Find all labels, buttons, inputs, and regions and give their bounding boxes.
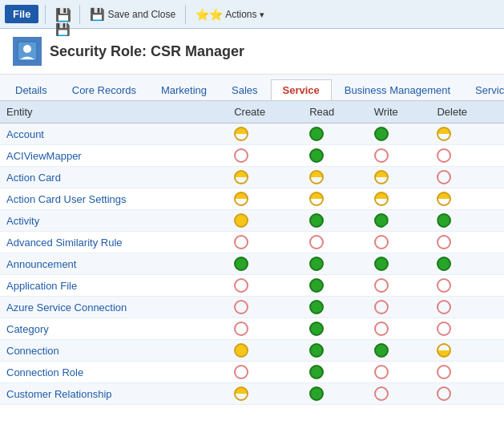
create-cell	[228, 318, 303, 340]
table-row: ACIViewMapper	[0, 145, 504, 167]
write-cell	[368, 318, 431, 340]
read-cell	[303, 297, 367, 318]
save-close-icon: 💾	[90, 7, 105, 22]
read-cell	[303, 275, 367, 297]
write-cell	[368, 297, 431, 318]
table-row: Announcement	[0, 253, 504, 275]
entity-cell[interactable]: Customer Relationship	[0, 383, 228, 405]
delete-cell	[430, 167, 504, 188]
save-icon: 💾	[55, 7, 70, 22]
file-button[interactable]: File	[5, 5, 38, 23]
entity-cell[interactable]: Connection	[0, 340, 228, 362]
table-row: Advanced Similarity Rule	[0, 232, 504, 253]
header-section: Security Role: CSR Manager	[0, 29, 504, 75]
table-container: Entity Create Read Write Delete AccountA…	[0, 101, 504, 405]
table-row: Account	[0, 123, 504, 145]
read-cell	[303, 123, 367, 145]
entity-cell[interactable]: Activity	[0, 210, 228, 232]
permissions-table: Entity Create Read Write Delete AccountA…	[0, 101, 504, 405]
col-delete: Delete	[430, 101, 504, 123]
save-button[interactable]: 💾	[52, 6, 73, 23]
table-row: Action Card	[0, 167, 504, 188]
create-cell	[228, 297, 303, 318]
delete-cell	[430, 275, 504, 297]
entity-cell[interactable]: Advanced Similarity Rule	[0, 232, 228, 253]
create-cell	[228, 167, 303, 188]
header-icon	[13, 37, 42, 66]
read-cell	[303, 318, 367, 340]
table-row: Action Card User Settings	[0, 188, 504, 210]
write-cell	[368, 123, 431, 145]
create-cell	[228, 275, 303, 297]
separator-3	[185, 5, 186, 24]
entity-cell[interactable]: Azure Service Connection	[0, 297, 228, 318]
tab-core-records[interactable]: Core Records	[60, 79, 148, 100]
read-cell	[303, 232, 367, 253]
entity-cell[interactable]: Action Card User Settings	[0, 188, 228, 210]
delete-cell	[430, 297, 504, 318]
page-title: Security Role: CSR Manager	[50, 43, 244, 60]
tab-service2[interactable]: Service	[463, 79, 504, 100]
write-cell	[368, 383, 431, 405]
read-cell	[303, 383, 367, 405]
tab-service[interactable]: Service	[271, 79, 332, 100]
col-create: Create	[228, 101, 303, 123]
tab-marketing[interactable]: Marketing	[149, 79, 219, 100]
actions-button[interactable]: ⭐ Actions	[192, 6, 267, 22]
write-cell	[368, 210, 431, 232]
delete-cell	[430, 145, 504, 167]
delete-cell	[430, 123, 504, 145]
delete-cell	[430, 210, 504, 232]
create-cell	[228, 362, 303, 383]
entity-cell[interactable]: Announcement	[0, 253, 228, 275]
entity-cell[interactable]: Account	[0, 123, 228, 145]
create-cell	[228, 210, 303, 232]
read-cell	[303, 188, 367, 210]
table-row: Customer Relationship	[0, 383, 504, 405]
delete-cell	[430, 362, 504, 383]
read-cell	[303, 362, 367, 383]
create-cell	[228, 340, 303, 362]
read-cell	[303, 253, 367, 275]
save-close-button[interactable]: 💾 Save and Close	[87, 6, 179, 23]
actions-icon: ⭐	[196, 8, 223, 21]
write-cell	[368, 362, 431, 383]
delete-cell	[430, 318, 504, 340]
tabs-bar: Details Core Records Marketing Sales Ser…	[0, 75, 504, 101]
create-cell	[228, 188, 303, 210]
read-cell	[303, 167, 367, 188]
entity-cell[interactable]: ACIViewMapper	[0, 145, 228, 167]
entity-cell[interactable]: Connection Role	[0, 362, 228, 383]
create-cell	[228, 383, 303, 405]
write-cell	[368, 340, 431, 362]
write-cell	[368, 167, 431, 188]
entity-cell[interactable]: Category	[0, 318, 228, 340]
read-cell	[303, 340, 367, 362]
delete-cell	[430, 188, 504, 210]
tab-sales[interactable]: Sales	[220, 79, 270, 100]
write-cell	[368, 188, 431, 210]
col-entity: Entity	[0, 101, 228, 123]
create-cell	[228, 145, 303, 167]
write-cell	[368, 253, 431, 275]
separator-1	[45, 5, 46, 24]
separator-2	[79, 5, 80, 24]
read-cell	[303, 210, 367, 232]
write-cell	[368, 232, 431, 253]
create-cell	[228, 123, 303, 145]
table-row: Connection	[0, 340, 504, 362]
delete-cell	[430, 383, 504, 405]
entity-cell[interactable]: Action Card	[0, 167, 228, 188]
create-cell	[228, 253, 303, 275]
tab-business-management[interactable]: Business Management	[333, 79, 462, 100]
write-cell	[368, 145, 431, 167]
table-row: Activity	[0, 210, 504, 232]
entity-cell[interactable]: Application File	[0, 275, 228, 297]
table-header-row: Entity Create Read Write Delete	[0, 101, 504, 123]
tab-details[interactable]: Details	[3, 79, 59, 100]
actions-label: Actions	[225, 9, 264, 20]
create-cell	[228, 232, 303, 253]
delete-cell	[430, 340, 504, 362]
table-row: Category	[0, 318, 504, 340]
col-read: Read	[303, 101, 367, 123]
